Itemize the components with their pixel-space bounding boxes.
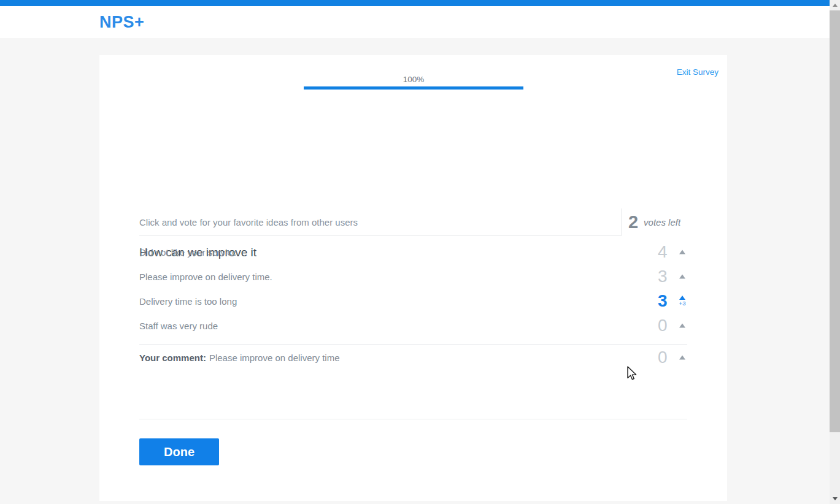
progress-bar-fill: [304, 86, 523, 90]
done-button[interactable]: Done: [139, 438, 219, 465]
top-accent-bar: [0, 0, 830, 6]
vote-count: 3: [658, 291, 667, 311]
upvote-icon[interactable]: [678, 356, 687, 360]
idea-row-3-voted[interactable]: Delivery time is too long 3 +3: [99, 289, 727, 313]
upvote-icon[interactable]: +3: [678, 296, 687, 307]
comment-text: Your comment:Please improve on delivery …: [139, 353, 340, 363]
survey-card: Exit Survey 100% How can we improve it C…: [99, 55, 727, 501]
instruction-text: Click and vote for your favorite ideas f…: [139, 208, 621, 236]
brand-logo: NPS+: [99, 13, 144, 32]
progress-percent-label: 100%: [304, 75, 523, 84]
vote-count: 0: [658, 348, 667, 367]
vertical-scrollbar[interactable]: [830, 0, 840, 504]
votes-left-label: votes left: [644, 217, 680, 227]
comment-label: Your comment:: [139, 353, 206, 363]
vote-delta-badge: +3: [679, 300, 686, 307]
exit-survey-link[interactable]: Exit Survey: [677, 67, 719, 77]
app-header: NPS+: [0, 6, 830, 38]
upvote-icon[interactable]: [678, 324, 687, 328]
votes-left-count: 2: [628, 212, 638, 232]
vote-count: 0: [658, 316, 667, 335]
idea-text: Staff was very rude: [139, 321, 218, 331]
idea-text: Delivery time is too long: [139, 296, 237, 307]
user-comment-row[interactable]: Your comment:Please improve on delivery …: [99, 344, 727, 371]
divider: [139, 419, 687, 419]
comment-value: Please improve on delivery time: [209, 353, 340, 363]
idea-text: Please improve on delivery time.: [139, 272, 272, 282]
vote-count: 4: [658, 242, 667, 262]
scroll-down-icon[interactable]: [830, 494, 840, 504]
scroll-up-icon[interactable]: [830, 0, 840, 10]
idea-row-2[interactable]: Please improve on delivery time. 3: [99, 264, 727, 289]
votes-left-box: 2 votes left: [621, 208, 687, 236]
upvote-icon[interactable]: [678, 275, 687, 279]
idea-text: Did not like your service: [139, 247, 237, 258]
idea-list: Did not like your service 4 Please impro…: [99, 240, 727, 338]
vote-count: 3: [658, 267, 667, 286]
progress-bar: [304, 86, 523, 90]
upvote-icon[interactable]: [678, 250, 687, 254]
idea-row-4[interactable]: Staff was very rude 0: [99, 313, 727, 338]
scrollbar-thumb[interactable]: [830, 10, 840, 432]
idea-row-1[interactable]: Did not like your service 4: [99, 240, 727, 264]
idea-list-header: Click and vote for your favorite ideas f…: [139, 208, 687, 236]
